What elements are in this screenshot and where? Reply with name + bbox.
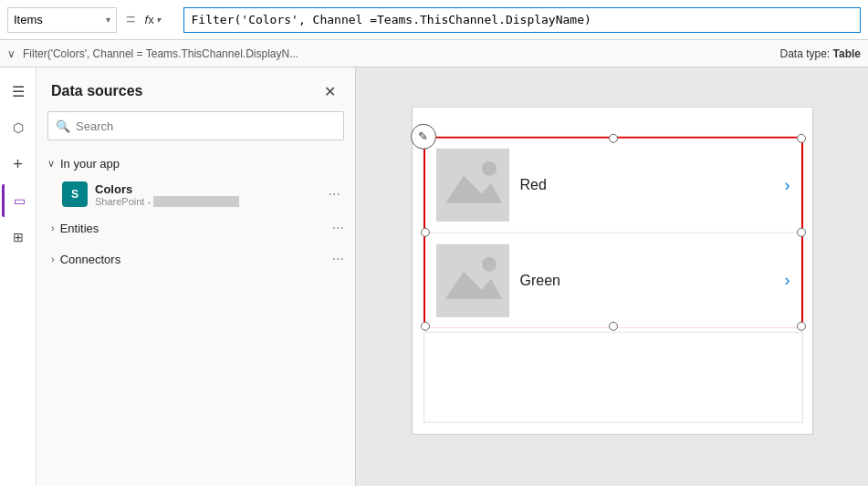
fx-chevron: ▾ [156,15,161,25]
handle-bot-right[interactable] [797,321,806,330]
fx-button[interactable]: fx ▾ [145,13,178,26]
below-list-area [424,331,803,422]
connector-left: › Connectors [51,253,120,266]
canvas-frame: ✎ Red › [412,106,813,434]
data-item-colors[interactable]: S Colors SharePoint - ████████████ ··· [37,176,355,212]
list-item-red[interactable]: Red › [425,138,801,233]
breadcrumb-bar: ∨ Filter('Colors', Channel = Teams.ThisC… [0,40,868,67]
connectors-chevron-icon: › [51,253,55,264]
panel-list: ∨ In your app S Colors SharePoint - ████… [37,151,355,486]
connectors-label: Connectors [60,253,120,266]
formula-text-suffix: .ThisChannel.DisplayName) [413,13,591,26]
sharepoint-icon-letter: S [71,188,78,201]
data-item-name: Colors [95,182,318,196]
data-type-label: Data type: Table [780,47,862,60]
section-label: In your app [60,157,120,171]
panel-header: Data sources ✕ [37,67,355,111]
handle-bot-left[interactable] [421,321,430,330]
edit-handle-button[interactable]: ✎ [411,123,436,149]
panel-close-button[interactable]: ✕ [319,80,340,102]
property-chevron-icon: ▾ [106,15,110,25]
list-item-chevron-red[interactable]: › [785,175,790,194]
data-sources-panel: Data sources ✕ 🔍 ∨ In your app S Colors … [37,67,356,486]
list-widget[interactable]: ✎ Red › [424,136,803,327]
section-entities[interactable]: › Entities ··· [37,212,355,243]
connectors-more-button[interactable]: ··· [332,251,344,267]
list-item-chevron-green[interactable]: › [785,271,790,290]
search-input[interactable] [76,119,336,133]
list-item-label-red: Red [520,177,774,193]
data-item-more-button[interactable]: ··· [325,186,344,202]
sidebar-icons: ☰ ⬡ + ▭ ⊞ [0,67,37,486]
sidebar-add-icon[interactable]: + [2,148,35,181]
breadcrumb-chevron-icon: ∨ [7,47,16,60]
breadcrumb-formula-text: Filter('Colors', Channel = Teams.ThisCha… [23,47,773,60]
handle-mid-left[interactable] [421,227,430,236]
sidebar-data-icon[interactable]: ▭ [2,184,35,217]
svg-point-5 [482,256,497,271]
sidebar-component-icon[interactable]: ⊞ [2,221,35,253]
formula-text-prefix: Filter('Colors', Channel = [192,13,378,26]
tree-icon: ⬡ [13,120,24,135]
sidebar-tree-icon[interactable]: ⬡ [2,111,35,144]
connector-left: › Entities [51,222,99,235]
add-icon: + [13,155,23,174]
handle-top-right[interactable] [797,133,806,142]
section-chevron-icon: ∨ [47,158,55,170]
component-icon: ⊞ [13,230,24,244]
entities-label: Entities [60,222,99,235]
section-connectors[interactable]: › Connectors ··· [37,243,355,274]
svg-point-2 [482,161,497,176]
list-item-thumbnail-green [436,243,509,316]
svg-rect-3 [436,243,509,316]
menu-icon: ☰ [12,83,25,100]
thumbnail-svg-green [436,243,509,316]
sidebar-menu-icon[interactable]: ☰ [2,75,35,108]
entities-more-button[interactable]: ··· [332,220,344,236]
handle-mid-right[interactable] [797,227,806,236]
formula-equals: = [126,10,136,29]
property-selector[interactable]: Items ▾ [7,7,117,33]
property-label: Items [14,13,43,26]
handle-bot-center[interactable] [609,321,618,330]
search-icon: 🔍 [56,119,70,133]
fx-label: fx [145,13,154,26]
list-item-thumbnail-red [436,149,509,222]
canvas-area: ✎ Red › [356,67,868,486]
data-item-icon: S [62,181,88,207]
section-in-your-app[interactable]: ∨ In your app [37,151,355,176]
formula-input[interactable]: Filter('Colors', Channel = Teams.ThisCha… [183,7,861,33]
formula-bar: Items ▾ = fx ▾ Filter('Colors', Channel … [0,0,868,40]
formula-teams-keyword: Teams [377,13,413,26]
data-icon: ▭ [14,193,26,208]
list-item-green[interactable]: Green › [425,233,801,327]
handle-top-center[interactable] [609,133,618,142]
thumbnail-svg-red [436,149,509,222]
search-box: 🔍 [47,111,344,140]
entities-chevron-icon: › [51,222,55,233]
list-item-label-green: Green [520,272,774,288]
main-content: ☰ ⬡ + ▭ ⊞ Data sources ✕ 🔍 ∨ In your [0,67,868,486]
data-item-info: Colors SharePoint - ████████████ [95,182,318,207]
data-item-subtitle: SharePoint - ████████████ [95,196,318,207]
panel-title: Data sources [51,83,143,99]
